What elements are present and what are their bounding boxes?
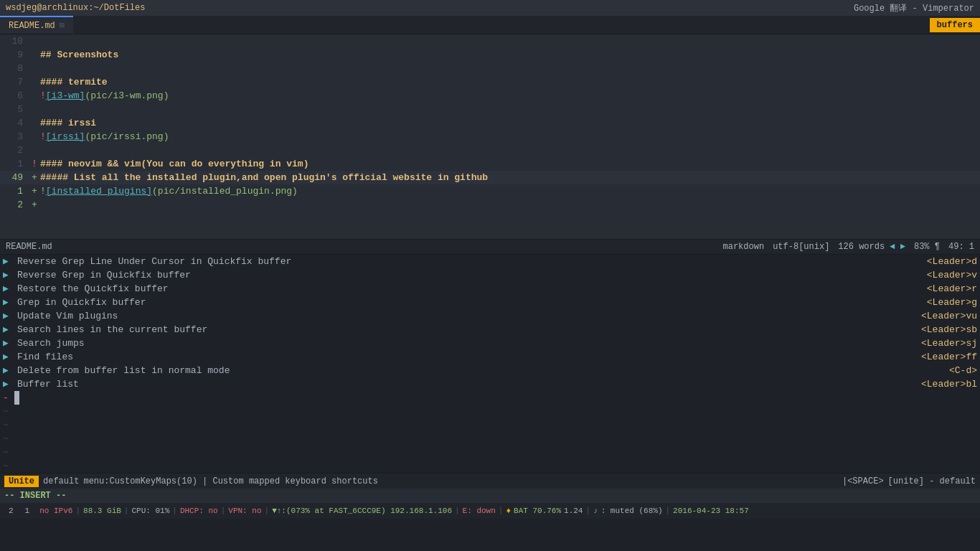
line-number: 9 xyxy=(0,48,29,62)
tilde-line: ~ xyxy=(0,432,980,446)
line-number: 1 xyxy=(0,184,29,198)
bs-audio-sep: ♪ xyxy=(593,507,598,515)
line-number: 2 xyxy=(0,198,29,212)
tilde-line: ~ xyxy=(0,459,980,473)
editor-line-5: 5 xyxy=(0,103,980,116)
line-number: 4 xyxy=(0,116,29,130)
line-number: 6 xyxy=(0,89,29,103)
editor-line-10: 10 xyxy=(0,34,980,48)
sl-filetype: markdown xyxy=(723,242,765,252)
tab-modified-indicator: ⊠ xyxy=(60,20,65,31)
editor-line-8: 8 xyxy=(0,62,980,75)
sl-percent: 83% ¶ xyxy=(914,242,940,252)
sl-wordcount: 126 words ◄ ► xyxy=(838,242,905,252)
editor-line-1-added: 1 + ![installed_plugins](pic/installed_p… xyxy=(0,184,980,198)
bs-cpu: CPU: 01% xyxy=(131,507,169,515)
titlebar-path: wsdjeg@archlinux:~/DotFiles xyxy=(6,3,145,13)
bs-line-num: 1 xyxy=(21,507,34,515)
editor-line-6: 6 ![i3-wm](pic/i3-wm.png) xyxy=(0,89,980,103)
editor-line-9: 9 ## Screenshots xyxy=(0,48,980,62)
bs-bat-val: 1.24 xyxy=(564,507,583,515)
line-number: 1 xyxy=(0,157,29,171)
unite-row-6: ▶ Search lines in the current buffer <Le… xyxy=(0,323,980,336)
bs-eth: E: down xyxy=(463,507,496,515)
line-number: 10 xyxy=(0,34,29,48)
editor-line-2-added: 2 + xyxy=(0,198,980,212)
unite-row-5: ▶ Update Vim plugins <Leader>vu xyxy=(0,309,980,323)
tab-readme-label: README.md xyxy=(9,21,55,31)
bs-no-ipv6: no IPv6 xyxy=(39,507,72,515)
titlebar: wsdjeg@archlinux:~/DotFiles Google 翻译 - … xyxy=(0,0,980,16)
bs-buf-num: 2 xyxy=(4,507,18,515)
line-number: 49 xyxy=(0,171,29,184)
sl-encoding: utf-8[unix] xyxy=(773,242,829,252)
bs-dhcp: DHCP: no xyxy=(180,507,218,515)
line-number: 3 xyxy=(0,130,29,143)
bs-vpn: VPN: no xyxy=(228,507,261,515)
unite-row-4: ▶ Grep in Quickfix buffer <Leader>g xyxy=(0,296,980,309)
tilde-line: ~ xyxy=(0,446,980,459)
line-number: 2 xyxy=(0,143,29,157)
bottom-statusbar: 2 1 no IPv6 | 88.3 GiB | CPU: 01% | DHCP… xyxy=(0,503,980,519)
bs-datetime: 2016-04-23 18:57 xyxy=(673,507,749,515)
unite-mode-default: default xyxy=(43,476,79,486)
editor-line-4: 4 #### irssi xyxy=(0,116,980,130)
insert-mode-bar: -- INSERT -- xyxy=(0,489,980,503)
titlebar-window-title: Google 翻译 - Vimperator xyxy=(854,2,974,14)
sl-right: markdown utf-8[unix] 126 words ◄ ► 83% ¶… xyxy=(723,242,974,252)
unite-row-7: ▶ Search jumps <Leader>sj xyxy=(0,336,980,350)
unite-row-9: ▶ Delete from buffer list in normal mode… xyxy=(0,364,980,377)
bs-bat: BAT 70.76% xyxy=(514,507,561,515)
line-number: 8 xyxy=(0,62,29,75)
unite-row-3: ▶ Restore the Quickfix buffer <Leader>r xyxy=(0,282,980,296)
unite-row-10: ▶ Buffer list <Leader>bl xyxy=(0,377,980,391)
tilde-line: ~ xyxy=(0,405,980,418)
unite-panel: ▶ Reverse Grep Line Under Cursor in Quic… xyxy=(0,255,980,473)
sl-lineinfo: 49: 1 xyxy=(948,242,974,252)
sl-filename: README.md xyxy=(6,242,723,252)
unite-space-hint: |<SPACE> xyxy=(842,476,884,486)
tab-readme[interactable]: README.md ⊠ xyxy=(0,16,73,34)
unite-right-label: [unite] - default xyxy=(888,476,976,486)
tabbar: README.md ⊠ buffers xyxy=(0,16,980,34)
editor-area: 10 9 ## Screenshots 8 7 #### termite 6 !… xyxy=(0,34,980,239)
line-number: 5 xyxy=(0,103,29,116)
editor-line-7: 7 #### termite xyxy=(0,75,980,89)
bs-bat-sep: ♦ xyxy=(506,507,511,515)
editor-statusline: README.md markdown utf-8[unix] 126 words… xyxy=(0,239,980,255)
unite-row-8: ▶ Find files <Leader>ff xyxy=(0,350,980,364)
insert-mode-label: -- INSERT -- xyxy=(4,491,66,501)
editor-line-49-highlight: 49 + ##### List all the installed plugin… xyxy=(0,171,980,184)
bs-ram: 88.3 GiB xyxy=(83,507,121,515)
unite-statusbar: Unite default menu:CustomKeyMaps(10) | C… xyxy=(0,473,980,489)
bs-audio: : muted (68%) xyxy=(601,507,663,515)
unite-row-1: ▶ Reverse Grep Line Under Cursor in Quic… xyxy=(0,255,980,268)
editor-line-1: 1 ! #### neovim && vim(You can do everyt… xyxy=(0,157,980,171)
bs-wifi: ▼↑:(073% at FAST_6CCC9E) 192.168.1.106 xyxy=(272,507,452,515)
editor-line-2: 2 xyxy=(0,143,980,157)
cursor-block xyxy=(14,391,20,405)
tilde-line: ~ xyxy=(0,418,980,432)
line-number: 7 xyxy=(0,75,29,89)
unite-row-2: ▶ Reverse Grep in Quickfix buffer <Leade… xyxy=(0,268,980,282)
unite-badge: Unite xyxy=(4,476,39,487)
buffers-button[interactable]: buffers xyxy=(930,18,980,32)
editor-line-3: 3 ![irssi](pic/irssi.png) xyxy=(0,130,980,143)
unite-cursor-row: - xyxy=(0,391,980,405)
unite-menu-info: menu:CustomKeyMaps(10) | Custom mapped k… xyxy=(83,476,838,486)
